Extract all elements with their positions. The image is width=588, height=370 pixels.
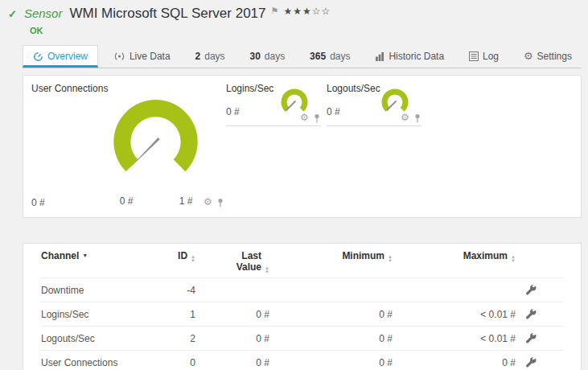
- tab-day-unit: days: [265, 51, 285, 62]
- favorite-rating[interactable]: ★★★☆☆: [283, 6, 331, 17]
- channel-last-value: 0 #: [195, 333, 269, 344]
- stars-empty: ☆☆: [312, 6, 331, 17]
- tab-365-days[interactable]: 365 days: [300, 46, 360, 68]
- sensor-title-row: ✓ Sensor WMI Microsoft SQL Server 2017 ⚑…: [8, 6, 580, 22]
- main-gauge-current-value: 0 #: [31, 197, 45, 208]
- channel-name: Downtime: [41, 285, 158, 296]
- logouts-gauge-pin-icon[interactable]: [414, 113, 421, 125]
- log-list-icon: [469, 51, 479, 61]
- live-data-broadcast-icon: [113, 51, 125, 61]
- tab-label: Historic Data: [389, 51, 444, 62]
- channel-name: Logouts/Sec: [41, 333, 158, 344]
- column-header-last-value[interactable]: Last Value▲▼: [195, 250, 269, 274]
- logouts-divider: [327, 125, 421, 126]
- column-header-label: ID: [178, 250, 187, 261]
- column-header-channel[interactable]: Channel▼: [41, 250, 158, 261]
- channel-row-user-connections[interactable]: User Connections 0 0 # 0 # 0 #: [41, 351, 563, 370]
- channel-minimum: 0 #: [269, 357, 393, 368]
- tab-live-data[interactable]: Live Data: [104, 46, 180, 68]
- logins-gauge-settings-gear-icon[interactable]: ⚙: [300, 113, 309, 122]
- channel-row-logouts-sec[interactable]: Logouts/Sec 2 0 # 0 # < 0.01 #: [41, 327, 563, 351]
- channel-name: Logins/Sec: [41, 309, 158, 320]
- channel-settings-wrench-icon[interactable]: [525, 357, 537, 368]
- channel-id: 2: [158, 333, 195, 344]
- channel-last-value: 0 #: [195, 357, 269, 368]
- tab-day-count: 365: [310, 51, 326, 62]
- tab-day-count: 30: [249, 51, 260, 62]
- gauge-arc: [382, 89, 409, 112]
- logouts-gauge-value: 0 #: [327, 106, 340, 117]
- tab-label: Log: [483, 51, 499, 62]
- channel-name: User Connections: [41, 357, 158, 368]
- channel-maximum: < 0.01 #: [393, 309, 516, 320]
- channel-settings-wrench-icon[interactable]: [525, 309, 537, 320]
- column-header-label: Minimum: [342, 250, 384, 261]
- tab-day-count: 2: [195, 51, 201, 62]
- tab-label: Settings: [537, 51, 572, 62]
- channel-maximum: 0 #: [393, 357, 516, 368]
- sensor-title: WMI Microsoft SQL Server 2017: [69, 6, 265, 22]
- tab-day-unit: days: [330, 51, 350, 62]
- overview-gauge-icon: [33, 51, 43, 62]
- channel-id: -4: [158, 285, 195, 296]
- logins-gauge-pin-icon[interactable]: [314, 113, 320, 125]
- stars-filled: ★★★: [283, 6, 311, 17]
- tab-historic-data[interactable]: Historic Data: [365, 46, 454, 68]
- historic-data-chart-icon: [375, 52, 384, 61]
- sensor-kind-label: Sensor: [24, 6, 63, 20]
- main-gauge-pin-icon[interactable]: [217, 198, 224, 209]
- table-header-row: Channel▼ ID▲▼ Last Value▲▼ Minimum▲▼ Max…: [41, 244, 563, 278]
- gauge-arc: [282, 89, 308, 112]
- column-header-label: Channel: [41, 250, 79, 261]
- sensor-status-row: OK: [30, 23, 580, 37]
- sensor-header: ✓ Sensor WMI Microsoft SQL Server 2017 ⚑…: [0, 0, 588, 37]
- channel-settings-wrench-icon[interactable]: [525, 285, 537, 296]
- main-gauge-min-label: 0 #: [115, 195, 138, 207]
- column-header-label: Maximum: [463, 250, 508, 261]
- channel-last-value: 0 #: [195, 309, 269, 320]
- gauges-panel: User Connections 0 # 0 # 1 # ⚙ Logins/Se…: [23, 75, 582, 218]
- logins-gauge-title: Logins/Sec: [226, 83, 273, 94]
- channel-maximum: < 0.01 #: [393, 333, 516, 344]
- channel-settings-wrench-icon[interactable]: [525, 333, 537, 344]
- tab-30-days[interactable]: 30 days: [240, 46, 294, 68]
- logins-divider: [226, 125, 321, 126]
- logouts-gauge-title: Logouts/Sec: [327, 83, 380, 94]
- logouts-gauge-settings-gear-icon[interactable]: ⚙: [401, 113, 409, 122]
- sort-desc-icon: ▼: [82, 253, 88, 258]
- tab-bar: Overview Live Data 2 days 30 days 365 da…: [23, 45, 582, 68]
- gauge-needle: [129, 138, 160, 169]
- channel-minimum: 0 #: [269, 309, 393, 320]
- channel-row-logins-sec[interactable]: Logins/Sec 1 0 # 0 # < 0.01 #: [41, 302, 563, 327]
- settings-gear-icon: ⚙: [524, 51, 533, 61]
- channel-row-downtime[interactable]: Downtime -4: [41, 278, 563, 302]
- gauge-arc: [113, 100, 197, 171]
- sensor-page: ✓ Sensor WMI Microsoft SQL Server 2017 ⚑…: [0, 0, 588, 370]
- user-connections-gauge: [97, 85, 214, 202]
- tab-overview[interactable]: Overview: [23, 45, 98, 68]
- channel-id: 1: [158, 309, 195, 320]
- tab-2-days[interactable]: 2 days: [186, 46, 235, 68]
- channel-minimum: 0 #: [269, 333, 393, 344]
- status-badge: OK: [30, 26, 43, 35]
- tab-label: Overview: [47, 51, 88, 62]
- sort-icon: ▲▼: [511, 255, 516, 263]
- main-gauge-settings-gear-icon[interactable]: ⚙: [204, 197, 212, 207]
- priority-flag-icon[interactable]: ⚑: [271, 6, 279, 16]
- column-header-label: Last Value: [223, 250, 261, 273]
- column-header-minimum[interactable]: Minimum▲▼: [269, 250, 393, 263]
- channels-table: Channel▼ ID▲▼ Last Value▲▼ Minimum▲▼ Max…: [23, 243, 582, 370]
- channel-id: 0: [158, 357, 195, 368]
- tab-day-unit: days: [204, 51, 224, 62]
- tab-label: Live Data: [130, 51, 171, 62]
- tab-log[interactable]: Log: [459, 46, 508, 68]
- tab-settings[interactable]: ⚙ Settings: [514, 46, 582, 68]
- column-header-maximum[interactable]: Maximum▲▼: [393, 250, 516, 263]
- main-gauge-max-label: 1 #: [175, 195, 197, 207]
- ok-check-icon: ✓: [8, 8, 17, 20]
- sort-icon: ▲▼: [265, 266, 269, 274]
- column-header-id[interactable]: ID▲▼: [158, 250, 195, 263]
- logins-gauge-value: 0 #: [226, 106, 240, 117]
